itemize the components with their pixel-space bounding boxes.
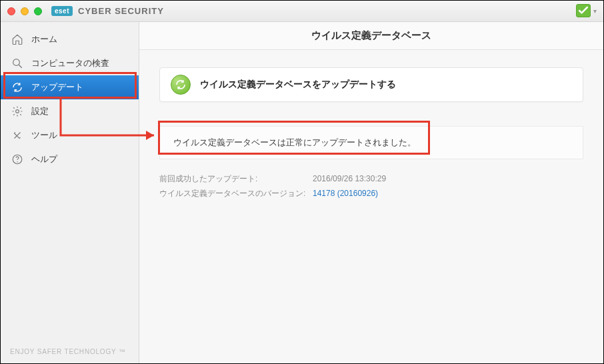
sidebar-item-home[interactable]: ホーム [1,27,139,51]
sidebar-item-label: ヘルプ [31,154,57,165]
update-button[interactable]: ウイルス定義データベースをアップデートする [159,67,583,102]
content: ホーム コンピュータの検査 アップデート [1,22,603,363]
maximize-icon[interactable] [34,7,42,15]
refresh-icon [11,81,23,93]
svg-point-4 [17,161,18,163]
last-success-value: 2016/09/26 13:30:29 [313,174,386,183]
search-icon [11,57,23,69]
chevron-down-icon: ▾ [593,7,597,15]
status-message-text: ウイルス定義データベースは正常にアップデートされました。 [173,137,416,149]
sidebar-item-label: ツール [31,130,57,141]
brand-badge: eset [51,6,73,16]
svg-line-1 [19,65,22,68]
brand: eset CYBER SECURITY [51,6,164,16]
info-row-db-version: ウイルス定義データベースのバージョン: 14178 (20160926) [159,186,583,201]
info-row-last-success: 前回成功したアップデート: 2016/09/26 13:30:29 [159,171,583,186]
svg-point-0 [13,59,20,66]
nav-list: ホーム コンピュータの検査 アップデート [1,22,139,171]
sidebar: ホーム コンピュータの検査 アップデート [1,22,139,363]
shield-check-icon [576,4,591,17]
close-icon[interactable] [7,7,15,15]
brand-title: CYBER SECURITY [78,6,164,16]
app-window: eset CYBER SECURITY ▾ ホーム [0,0,604,364]
main-panel: ウイルス定義データベース ウイルス定義データベースをアップデートする ウイルス定… [139,22,603,363]
sidebar-item-settings[interactable]: 設定 [1,99,139,123]
sidebar-item-tools[interactable]: ツール [1,123,139,147]
window-controls [7,7,42,15]
status-message: ウイルス定義データベースは正常にアップデートされました。 [159,126,583,159]
last-success-label: 前回成功したアップデート: [159,173,313,185]
footer-tagline: ENJOY SAFER TECHNOLOGY ™ [10,348,126,355]
titlebar: eset CYBER SECURITY ▾ [1,1,603,22]
main-body: ウイルス定義データベースをアップデートする ウイルス定義データベースは正常にアッ… [139,50,603,214]
sidebar-item-label: 設定 [31,106,49,117]
svg-point-2 [16,110,19,113]
sidebar-item-help[interactable]: ヘルプ [1,147,139,171]
db-version-link[interactable]: 14178 (20160926) [313,189,378,198]
info-section: 前回成功したアップデート: 2016/09/26 13:30:29 ウイルス定義… [159,171,583,201]
sidebar-item-scan[interactable]: コンピュータの検査 [1,51,139,75]
home-icon [11,33,23,45]
tools-icon [11,129,23,141]
sidebar-item-label: アップデート [31,82,83,93]
page-title: ウイルス定義データベース [139,22,603,50]
status-indicator[interactable]: ▾ [576,4,597,17]
gear-icon [11,105,23,117]
minimize-icon[interactable] [21,7,29,15]
sidebar-item-update[interactable]: アップデート [1,75,139,99]
help-icon [11,153,23,165]
update-button-label: ウイルス定義データベースをアップデートする [200,79,396,91]
update-refresh-icon [171,75,191,95]
sidebar-item-label: ホーム [31,34,57,45]
db-version-label: ウイルス定義データベースのバージョン: [159,188,313,199]
sidebar-item-label: コンピュータの検査 [31,58,109,69]
